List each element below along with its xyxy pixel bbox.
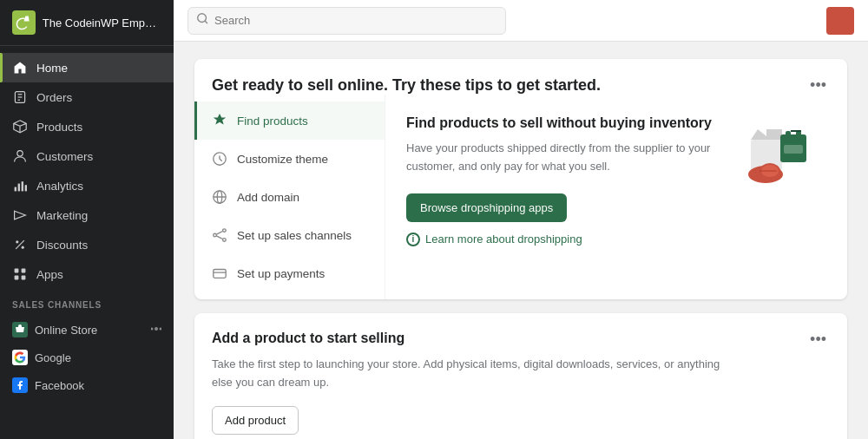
step-sales-channels[interactable]: Set up sales channels	[194, 216, 385, 254]
nav-customers-label: Customers	[36, 150, 93, 163]
add-domain-icon	[211, 188, 228, 206]
customize-theme-icon	[211, 150, 228, 167]
step-find-products-label: Find products	[237, 115, 308, 128]
getting-started-body: Find products Customize theme	[194, 95, 847, 299]
add-product-content: Add a product to start selling ••• Take …	[194, 313, 847, 439]
nav-marketing-label: Marketing	[36, 209, 88, 222]
steps-list: Find products Customize theme	[194, 95, 385, 299]
browse-dropshipping-button[interactable]: Browse dropshipping apps	[406, 193, 567, 222]
svg-point-13	[16, 240, 18, 243]
svg-point-7	[17, 151, 23, 156]
sidebar-item-apps[interactable]: Apps	[0, 259, 174, 289]
sidebar-item-discounts[interactable]: Discounts	[0, 230, 174, 259]
svg-point-21	[151, 327, 154, 330]
nav-apps-label: Apps	[36, 268, 63, 281]
svg-point-14	[22, 246, 24, 249]
search-icon	[197, 13, 209, 29]
online-store-settings-button[interactable]	[151, 324, 161, 337]
shopify-logo	[12, 10, 36, 35]
marketing-icon	[12, 207, 28, 223]
store-name: The CodeinWP Empori...	[43, 16, 161, 29]
svg-rect-8	[15, 187, 16, 192]
svg-rect-37	[786, 131, 791, 138]
avatar	[826, 7, 854, 35]
svg-rect-11	[25, 185, 27, 191]
svg-point-29	[223, 239, 227, 242]
sidebar-item-orders[interactable]: Orders	[0, 82, 174, 112]
sidebar: The CodeinWP Empori... Home Orders Produ…	[0, 0, 174, 439]
sidebar-item-analytics[interactable]: Analytics	[0, 171, 174, 200]
sidebar-item-customers[interactable]: Customers	[0, 141, 174, 171]
nav-products-label: Products	[36, 121, 82, 134]
sidebar-item-marketing[interactable]: Marketing	[0, 200, 174, 230]
step-detail-content: Find products to sell without buying inv…	[406, 115, 722, 282]
svg-rect-10	[22, 181, 23, 191]
svg-rect-16	[15, 269, 19, 273]
products-icon	[12, 119, 28, 134]
nav-home-label: Home	[36, 62, 68, 75]
sidebar-nav: Home Orders Products Customers	[0, 46, 174, 439]
learn-more-link[interactable]: i Learn more about dropshipping	[406, 233, 722, 246]
google-icon	[12, 350, 28, 365]
customers-icon	[12, 148, 28, 164]
add-sales-channel-button[interactable]	[149, 298, 161, 312]
svg-line-30	[216, 232, 222, 235]
step-payments[interactable]: Set up payments	[194, 254, 385, 292]
search-bar[interactable]	[187, 7, 506, 35]
svg-point-20	[155, 327, 158, 331]
facebook-label: Facebook	[35, 379, 84, 392]
step-detail-description: Have your products shipped directly from…	[406, 140, 722, 176]
info-icon: i	[406, 233, 420, 246]
step-customize-theme[interactable]: Customize theme	[194, 140, 385, 178]
facebook-icon	[12, 377, 28, 393]
svg-point-28	[223, 229, 227, 233]
google-label: Google	[35, 351, 71, 364]
sales-channels-section: SALES CHANNELS	[0, 289, 174, 316]
add-product-card: Add a product to start selling ••• Take …	[194, 313, 847, 439]
svg-line-6	[20, 123, 26, 126]
sidebar-item-home[interactable]: Home	[0, 53, 174, 82]
sidebar-item-google[interactable]: Google	[0, 344, 174, 371]
main-content: Get ready to sell online. Try these tips…	[174, 0, 868, 439]
sales-channels-icon	[211, 226, 228, 244]
analytics-icon	[12, 178, 28, 193]
topbar	[174, 0, 868, 42]
find-products-icon	[211, 112, 228, 129]
step-add-domain-label: Add domain	[237, 191, 299, 204]
svg-line-5	[14, 123, 20, 126]
getting-started-header: Get ready to sell online. Try these tips…	[194, 59, 847, 95]
getting-started-title: Get ready to sell online. Try these tips…	[212, 76, 601, 95]
svg-rect-19	[22, 276, 26, 280]
step-detail-title: Find products to sell without buying inv…	[406, 115, 722, 131]
payments-icon	[211, 265, 228, 282]
step-payments-label: Set up payments	[237, 267, 325, 280]
online-store-label: Online Store	[35, 324, 97, 337]
discounts-icon	[12, 237, 28, 252]
step-sales-channels-label: Set up sales channels	[237, 229, 352, 242]
sidebar-item-facebook[interactable]: Facebook	[0, 371, 174, 399]
sidebar-item-online-store[interactable]: Online Store	[0, 316, 174, 344]
nav-orders-label: Orders	[36, 91, 72, 104]
step-find-products[interactable]: Find products	[194, 102, 385, 140]
add-product-more-button[interactable]: •••	[806, 331, 830, 349]
online-store-actions	[151, 324, 161, 337]
step-detail-panel: Find products to sell without buying inv…	[385, 95, 847, 299]
svg-rect-40	[784, 145, 803, 154]
svg-rect-17	[22, 269, 26, 273]
svg-rect-9	[18, 184, 20, 192]
page-content: Get ready to sell online. Try these tips…	[174, 42, 868, 439]
svg-point-27	[214, 233, 217, 237]
svg-rect-38	[796, 131, 801, 138]
step-add-domain[interactable]: Add domain	[194, 178, 385, 216]
getting-started-card: Get ready to sell online. Try these tips…	[194, 59, 847, 299]
sidebar-item-products[interactable]: Products	[0, 112, 174, 141]
svg-rect-32	[214, 270, 226, 278]
svg-rect-18	[15, 276, 19, 280]
getting-started-more-button[interactable]: •••	[806, 76, 830, 95]
step-illustration	[740, 115, 826, 282]
search-input[interactable]	[214, 14, 496, 27]
add-product-button[interactable]: Add product	[212, 406, 299, 435]
nav-analytics-label: Analytics	[36, 180, 83, 193]
svg-point-22	[160, 327, 162, 330]
add-product-header: Add a product to start selling •••	[212, 331, 830, 349]
